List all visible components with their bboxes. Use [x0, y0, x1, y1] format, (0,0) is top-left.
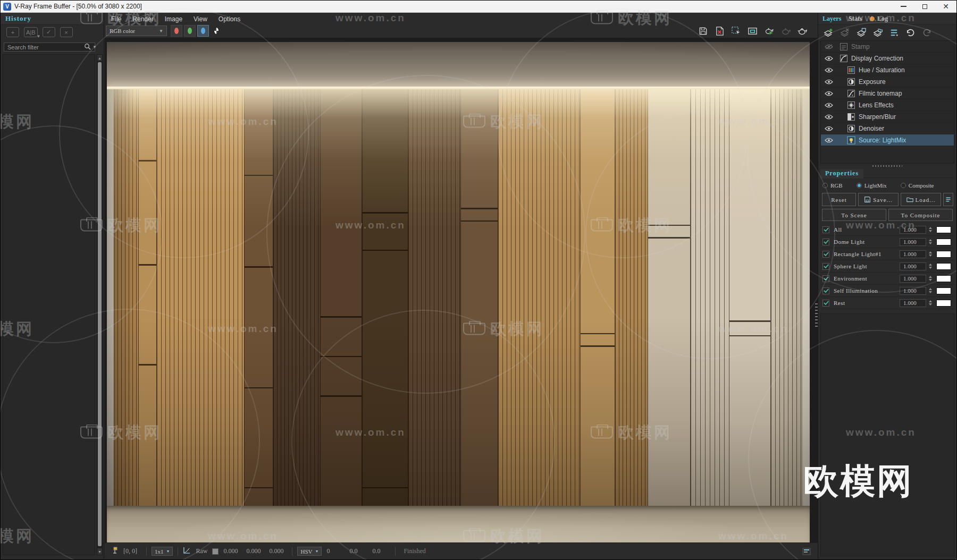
render-viewport[interactable] [105, 38, 818, 542]
close-button[interactable]: ✕ [935, 1, 956, 12]
lightmix-checkbox[interactable] [822, 275, 829, 282]
lightmix-value-field[interactable]: 1.000 [900, 262, 926, 270]
tab-layers[interactable]: Layers [822, 15, 841, 23]
radio-lightmix[interactable]: LightMix [857, 182, 887, 189]
lightmix-color-swatch[interactable] [936, 251, 951, 258]
tab-log[interactable]: Log [870, 15, 888, 23]
lightmix-value-field[interactable]: 1.000 [900, 275, 926, 283]
lightmix-value-field[interactable]: 1.000 [900, 238, 926, 246]
lightmix-color-swatch[interactable] [936, 275, 951, 282]
lightmix-value-field[interactable]: 1.000 [900, 299, 926, 307]
minimize-button[interactable] [893, 1, 914, 12]
lightmix-value-field[interactable]: 1.000 [900, 287, 926, 295]
lightmix-checkbox[interactable] [822, 300, 829, 307]
layer-row-sharpen-blur[interactable]: Sharpen/Blur [821, 111, 954, 123]
clear-image-button[interactable] [713, 25, 726, 37]
visibility-eye-icon[interactable] [824, 44, 833, 49]
remove-history-button[interactable]: × [60, 27, 73, 37]
to-composite-button[interactable]: To Composite [888, 209, 953, 221]
region-render-button[interactable] [729, 25, 742, 37]
layer-row-hue-saturation[interactable]: Hue / Saturation [821, 64, 954, 76]
lightmix-value-field[interactable]: 1.000 [900, 250, 926, 258]
load-layer-tree-button[interactable] [871, 27, 884, 39]
lightmix-value-field[interactable]: 1.000 [900, 226, 926, 234]
scroll-up-icon[interactable]: ▲ [97, 55, 102, 61]
lightmix-color-swatch[interactable] [936, 239, 951, 245]
search-input[interactable] [6, 44, 84, 51]
lightmix-spinner[interactable] [927, 238, 933, 246]
search-options-dropdown-icon[interactable]: ▼ [93, 45, 97, 49]
add-layer-button[interactable] [822, 27, 834, 39]
lightmix-color-swatch[interactable] [936, 226, 951, 233]
visibility-eye-icon[interactable] [824, 138, 833, 143]
blue-channel-button[interactable] [197, 25, 209, 37]
layer-row-filmic-tonemap[interactable]: sFilmic tonemap [821, 88, 954, 99]
load-lightmix-button[interactable]: Load... [901, 193, 941, 206]
lightmix-spinner[interactable] [927, 262, 933, 270]
layer-row-display-correction[interactable]: Display Correction [821, 53, 954, 64]
maximize-button[interactable] [914, 1, 935, 12]
color-mode-dropdown[interactable]: HSV▼ [297, 547, 322, 556]
save-layer-tree-button[interactable] [855, 27, 867, 39]
stamp-toggle-icon[interactable] [802, 547, 811, 556]
save-lightmix-button[interactable]: Save... [858, 193, 899, 206]
layer-row-lens-effects[interactable]: Lens Effects [821, 99, 954, 111]
mono-channel-button[interactable] [211, 25, 222, 37]
layer-row-exposure[interactable]: Exposure [821, 76, 954, 88]
lightmix-color-swatch[interactable] [936, 300, 951, 307]
channel-mode-dropdown[interactable]: RGB color ▼ [106, 26, 167, 36]
lightmix-spinner[interactable] [927, 226, 933, 234]
undo-button[interactable] [904, 27, 917, 39]
to-scene-button[interactable]: To Scene [822, 209, 886, 221]
render-button[interactable] [795, 25, 808, 37]
radio-composite[interactable]: Composite [901, 182, 934, 189]
menu-image[interactable]: Image [165, 15, 182, 23]
lightmix-color-swatch[interactable] [936, 287, 951, 294]
lightmix-spinner[interactable] [927, 250, 933, 258]
lightmix-spinner[interactable] [927, 287, 933, 295]
save-image-button[interactable] [696, 25, 709, 37]
apply-history-button[interactable]: ✓ [43, 27, 55, 37]
properties-splitter[interactable] [820, 164, 954, 167]
lightmix-checkbox[interactable] [822, 239, 829, 245]
layer-presets-button[interactable] [888, 27, 900, 39]
layer-row-stamp[interactable]: Stamp [821, 41, 954, 53]
visibility-eye-icon[interactable] [824, 114, 833, 120]
lightmix-checkbox[interactable] [822, 287, 829, 294]
visibility-eye-icon[interactable] [824, 103, 833, 108]
scroll-down-icon[interactable]: ▼ [97, 548, 102, 555]
lightmix-spinner[interactable] [927, 299, 933, 307]
render-last-button[interactable] [762, 25, 775, 37]
rendered-image[interactable] [107, 42, 810, 543]
visibility-eye-icon[interactable] [824, 126, 833, 131]
lightmix-menu-button[interactable] [943, 193, 953, 206]
layer-row-denoiser[interactable]: Denoiser [821, 123, 954, 134]
red-channel-button[interactable] [171, 25, 182, 37]
compare-ab-button[interactable]: A|B▼ [24, 27, 38, 37]
green-channel-button[interactable] [184, 25, 196, 37]
lightmix-color-swatch[interactable] [936, 263, 951, 270]
tab-stats[interactable]: Stats [849, 15, 862, 23]
history-list[interactable] [3, 54, 95, 555]
visibility-eye-icon[interactable] [824, 79, 833, 84]
history-scrollbar[interactable]: ▲ ▼ [97, 54, 103, 555]
lightmix-checkbox[interactable] [822, 226, 829, 233]
add-history-entry-button[interactable]: + [6, 27, 19, 37]
scrollbar-thumb[interactable] [98, 62, 102, 546]
visibility-eye-icon[interactable] [824, 67, 833, 73]
reset-button[interactable]: Reset [822, 193, 856, 206]
lightmix-checkbox[interactable] [822, 251, 829, 258]
lightmix-spinner[interactable] [927, 275, 933, 283]
menu-view[interactable]: View [194, 15, 207, 23]
menu-file[interactable]: File [111, 15, 121, 23]
history-tab[interactable]: History [1, 13, 104, 25]
lightmix-checkbox[interactable] [822, 263, 829, 270]
radio-rgb[interactable]: RGB [822, 182, 843, 189]
menu-options[interactable]: Options [219, 15, 240, 23]
menu-render[interactable]: Render [132, 15, 153, 23]
visibility-eye-icon[interactable] [824, 56, 833, 61]
duplicate-to-host-button[interactable] [746, 25, 759, 37]
layer-row-source-lightmix[interactable]: Source: LightMix [821, 134, 954, 146]
pixel-size-dropdown[interactable]: 1x1▼ [152, 547, 173, 556]
visibility-eye-icon[interactable] [824, 91, 833, 96]
